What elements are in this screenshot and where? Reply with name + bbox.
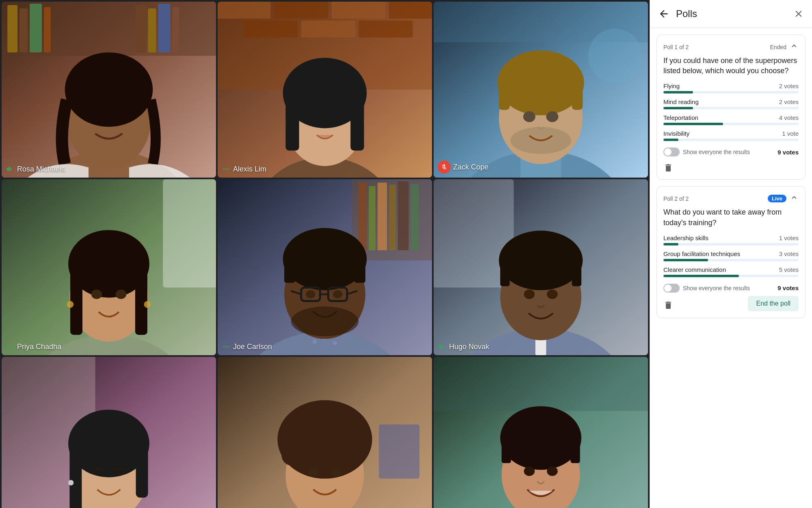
svg-rect-106 <box>69 443 82 508</box>
svg-point-61 <box>7 346 9 347</box>
polls-close-button[interactable] <box>793 9 804 19</box>
poll2-opt3-votes: 5 votes <box>779 266 799 273</box>
svg-rect-79 <box>284 259 295 283</box>
poll2-option-3: Clearer communication 5 votes <box>663 266 799 277</box>
video-cell-alexis: Alexis Lim <box>218 2 432 178</box>
video-cell-joe: Joe Carlson <box>218 179 432 355</box>
speaking-icon-alexis <box>222 165 231 174</box>
poll2-actions: End the poll <box>663 296 799 311</box>
poll2-opt1-bar-bg <box>663 243 799 245</box>
svg-point-133 <box>524 467 535 476</box>
video-cell-zack: Zack Cope <box>434 2 648 178</box>
poll2-total-votes: 9 votes <box>777 284 799 291</box>
svg-rect-2 <box>7 5 17 52</box>
poll2-show-label: Show everyone the results <box>683 285 750 291</box>
participant-name-hugo: Hugo Novak <box>438 342 489 351</box>
poll1-option-3: Teleportation 4 votes <box>663 114 799 125</box>
svg-rect-68 <box>378 182 387 250</box>
poll2-opt1-bar <box>663 243 678 245</box>
poll2-opt3-label: Clearer communication <box>663 266 726 273</box>
video-cell-hugo: Hugo Novak <box>434 179 648 355</box>
poll1-collapse-button[interactable] <box>790 41 799 52</box>
poll1-question: If you could have one of the superpowers… <box>663 56 799 76</box>
poll1-opt1-bar <box>663 91 693 93</box>
poll2-opt1-label: Leadership skills <box>663 234 708 241</box>
svg-rect-3 <box>19 9 28 52</box>
poll1-opt3-label: Teleportation <box>663 114 698 121</box>
svg-rect-49 <box>163 179 216 287</box>
poll2-toggle-switch[interactable] <box>663 284 680 293</box>
svg-rect-42 <box>572 83 583 110</box>
poll1-toggle-switch[interactable] <box>663 148 680 156</box>
speaking-icon-rosa <box>6 165 15 174</box>
svg-point-98 <box>524 289 535 299</box>
poll1-opt3-bar <box>663 123 723 125</box>
svg-point-43 <box>523 111 536 122</box>
video-cell-rosa: Rosa Michaels <box>2 2 216 178</box>
svg-rect-4 <box>30 4 42 52</box>
svg-rect-9 <box>173 7 179 52</box>
poll1-opt2-label: Mind reading <box>663 98 699 105</box>
svg-point-47 <box>588 29 642 83</box>
poll1-opt4-bar <box>663 139 678 141</box>
svg-rect-55 <box>70 267 82 335</box>
poll1-delete-button[interactable] <box>663 163 673 173</box>
poll1-opt4-label: Invisibility <box>663 130 689 137</box>
svg-point-58 <box>144 301 151 308</box>
svg-rect-131 <box>501 439 511 463</box>
svg-point-83 <box>306 290 315 298</box>
svg-rect-67 <box>369 186 376 250</box>
svg-point-62 <box>9 346 11 347</box>
participant-video-hugo <box>434 179 648 355</box>
svg-point-57 <box>67 301 74 308</box>
polls-content: Poll 1 of 2 Ended If you could have one … <box>650 28 812 508</box>
poll1-show-label: Show everyone the results <box>683 149 750 155</box>
participant-video-joe <box>218 179 432 355</box>
svg-rect-20 <box>332 2 386 19</box>
svg-point-75 <box>333 341 337 345</box>
end-poll-button[interactable]: End the poll <box>748 296 799 311</box>
chevron-up-icon-2 <box>790 193 799 202</box>
trash-icon-1 <box>663 163 673 173</box>
participant-name-joe: Joe Carlson <box>222 342 272 351</box>
svg-point-134 <box>547 467 558 476</box>
poll1-opt1-votes: 2 votes <box>779 82 799 89</box>
participant-name-zack: Zack Cope <box>438 161 488 174</box>
svg-point-33 <box>225 168 227 170</box>
polls-back-button[interactable] <box>658 8 669 20</box>
poll2-opt2-bar-bg <box>663 259 799 261</box>
video-cell-p7 <box>2 357 216 508</box>
svg-rect-23 <box>301 21 355 38</box>
participant-video-alexis <box>218 2 432 178</box>
poll1-footer: Show everyone the results 9 votes <box>663 148 799 156</box>
poll1-opt3-bar-bg <box>663 123 799 125</box>
poll2-opt3-bar <box>663 275 739 277</box>
svg-rect-107 <box>136 443 148 497</box>
participant-name-alexis: Alexis Lim <box>222 165 266 174</box>
svg-point-87 <box>225 346 227 347</box>
svg-point-130 <box>500 406 581 470</box>
svg-rect-5 <box>44 7 51 52</box>
poll2-number: Poll 2 of 2 <box>663 195 689 202</box>
svg-point-122 <box>281 444 303 466</box>
svg-rect-56 <box>135 267 147 335</box>
svg-point-78 <box>283 228 367 290</box>
speaking-icon-priya <box>6 342 15 351</box>
poll1-opt2-votes: 2 votes <box>779 98 799 105</box>
poll2-option-1: Leadership skills 1 votes <box>663 234 799 245</box>
video-grid-container: Rosa Michaels <box>0 0 650 508</box>
close-icon <box>793 9 804 19</box>
svg-rect-69 <box>389 185 396 250</box>
svg-point-99 <box>547 289 558 299</box>
participant-video-rosa <box>2 2 216 178</box>
poll2-collapse-button[interactable] <box>790 193 799 204</box>
svg-point-86 <box>223 346 225 347</box>
svg-rect-19 <box>274 2 328 19</box>
svg-rect-41 <box>499 83 510 110</box>
svg-point-59 <box>91 289 102 299</box>
poll2-show-toggle[interactable]: Show everyone the results <box>663 284 750 293</box>
poll1-show-toggle[interactable]: Show everyone the results <box>663 148 750 156</box>
svg-rect-31 <box>286 93 363 113</box>
poll2-delete-button[interactable] <box>663 300 673 310</box>
participant-video-priya <box>2 179 216 355</box>
